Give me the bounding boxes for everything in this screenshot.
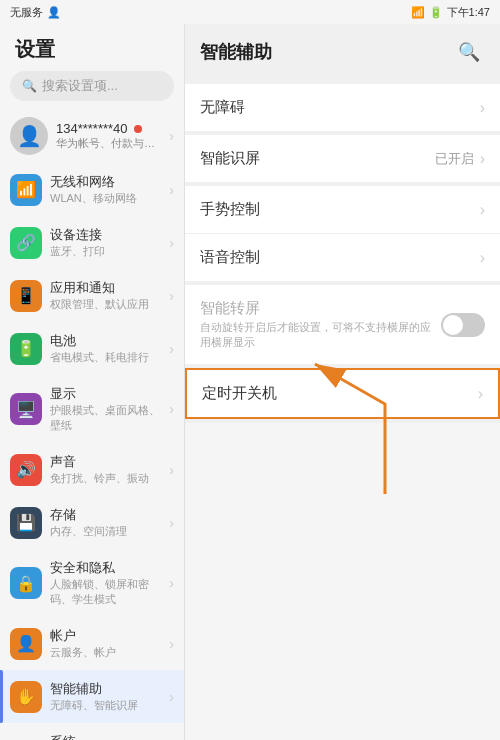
right-menu-groups: 无障碍›智能识屏已开启›手势控制›语音控制›智能转屏自动旋转开启后才能设置，可将… <box>185 80 500 423</box>
menu-item-auto-rotate: 智能转屏自动旋转开启后才能设置，可将不支持横屏的应用横屏显示 <box>185 285 500 364</box>
wifi-sublabel: WLAN、移动网络 <box>50 191 169 206</box>
account-sublabel: 云服务、帐户 <box>50 645 169 660</box>
auto-rotate-label: 智能转屏 <box>200 299 441 318</box>
device-label: 设备连接 <box>50 226 169 244</box>
smart-screen-value: 已开启 <box>435 150 474 168</box>
time-label: 下午1:47 <box>447 5 490 20</box>
no-service-label: 无服务 <box>10 5 43 20</box>
sidebar-item-wifi[interactable]: 📶无线和网络WLAN、移动网络› <box>0 163 184 216</box>
battery-chevron: › <box>169 341 174 357</box>
sidebar-item-sound[interactable]: 🔊声音免打扰、铃声、振动› <box>0 443 184 496</box>
right-panel: 智能辅助 🔍 无障碍›智能识屏已开启›手势控制›语音控制›智能转屏自动旋转开启后… <box>185 24 500 423</box>
accessibility-label: 无障碍 <box>200 98 480 117</box>
auto-rotate-toggle-knob <box>443 315 463 335</box>
timer-chevron: › <box>478 385 483 403</box>
accessibility-text-wrap: 无障碍 <box>200 98 480 117</box>
accessibility-chevron: › <box>480 99 485 117</box>
menu-item-accessibility[interactable]: 无障碍› <box>185 84 500 131</box>
battery-text: 电池省电模式、耗电排行 <box>50 332 169 365</box>
gesture-chevron: › <box>480 201 485 219</box>
search-icon: 🔍 <box>22 79 37 93</box>
account-text: 帐户云服务、帐户 <box>50 627 169 660</box>
timer-text-wrap: 定时开关机 <box>202 384 478 403</box>
menu-item-gesture[interactable]: 手势控制› <box>185 186 500 234</box>
sidebar-item-battery[interactable]: 🔋电池省电模式、耗电排行› <box>0 322 184 375</box>
app-chevron: › <box>169 288 174 304</box>
device-text: 设备连接蓝牙、打印 <box>50 226 169 259</box>
avatar: 👤 <box>10 117 48 155</box>
auto-rotate-sub: 自动旋转开启后才能设置，可将不支持横屏的应用横屏显示 <box>200 320 441 350</box>
right-panel-wrapper: 智能辅助 🔍 无障碍›智能识屏已开启›手势控制›语音控制›智能转屏自动旋转开启后… <box>185 24 500 740</box>
account-icon: 👤 <box>10 628 42 660</box>
user-icon: 👤 <box>47 6 61 19</box>
account-chevron: › <box>169 636 174 652</box>
sound-label: 声音 <box>50 453 169 471</box>
display-chevron: › <box>169 401 174 417</box>
sidebar-item-account[interactable]: 👤帐户云服务、帐户› <box>0 617 184 670</box>
auto-rotate-text-wrap: 智能转屏自动旋转开启后才能设置，可将不支持横屏的应用横屏显示 <box>200 299 441 350</box>
menu-item-smart-screen[interactable]: 智能识屏已开启› <box>185 135 500 182</box>
assist-chevron: › <box>169 689 174 705</box>
device-sublabel: 蓝牙、打印 <box>50 244 169 259</box>
security-chevron: › <box>169 575 174 591</box>
wifi-chevron: › <box>169 182 174 198</box>
smart-screen-label: 智能识屏 <box>200 149 435 168</box>
menu-item-voice[interactable]: 语音控制› <box>185 234 500 281</box>
app-label: 应用和通知 <box>50 279 169 297</box>
sidebar-item-device[interactable]: 🔗设备连接蓝牙、打印› <box>0 216 184 269</box>
system-text: 系统系统导航、系统更新、关于平板、语言和输入法 <box>50 733 169 740</box>
menu-item-timer[interactable]: 定时开关机› <box>185 368 500 419</box>
sound-text: 声音免打扰、铃声、振动 <box>50 453 169 486</box>
sound-chevron: › <box>169 462 174 478</box>
sidebar-item-system[interactable]: ⚙️系统系统导航、系统更新、关于平板、语言和输入法› <box>0 723 184 740</box>
storage-text: 存储内存、空间清理 <box>50 506 169 539</box>
sidebar-item-storage[interactable]: 💾存储内存、空间清理› <box>0 496 184 549</box>
wifi-status-icon: 📶 <box>411 6 425 19</box>
sidebar: 设置 🔍 搜索设置项... 👤 134*******40 华为帐号、付款与账单、… <box>0 24 185 740</box>
profile-item[interactable]: 👤 134*******40 华为帐号、付款与账单、云空间等 › <box>0 109 184 163</box>
app-sublabel: 权限管理、默认应用 <box>50 297 169 312</box>
gesture-text-wrap: 手势控制 <box>200 200 480 219</box>
profile-name: 134*******40 <box>56 121 165 136</box>
right-panel-title: 智能辅助 <box>200 40 272 64</box>
avatar-icon: 👤 <box>17 124 42 148</box>
assist-label: 智能辅助 <box>50 680 169 698</box>
sound-sublabel: 免打扰、铃声、振动 <box>50 471 169 486</box>
sidebar-item-assist[interactable]: ✋智能辅助无障碍、智能识屏› <box>0 670 184 723</box>
app-text: 应用和通知权限管理、默认应用 <box>50 279 169 312</box>
sound-icon: 🔊 <box>10 454 42 486</box>
profile-chevron: › <box>169 128 174 144</box>
battery-label: 电池 <box>50 332 169 350</box>
gesture-label: 手势控制 <box>200 200 480 219</box>
smart-screen-text-wrap: 智能识屏 <box>200 149 435 168</box>
sidebar-item-security[interactable]: 🔒安全和隐私人脸解锁、锁屏和密码、学生模式› <box>0 549 184 617</box>
battery-icon: 🔋 <box>10 333 42 365</box>
battery-icon: 🔋 <box>429 6 443 19</box>
menu-group-0: 无障碍› <box>185 84 500 131</box>
auto-rotate-toggle <box>441 313 485 337</box>
assist-text: 智能辅助无障碍、智能识屏 <box>50 680 169 713</box>
voice-label: 语音控制 <box>200 248 480 267</box>
wifi-label: 无线和网络 <box>50 173 169 191</box>
device-icon: 🔗 <box>10 227 42 259</box>
voice-text-wrap: 语音控制 <box>200 248 480 267</box>
smart-screen-chevron: › <box>480 150 485 168</box>
status-right: 📶 🔋 下午1:47 <box>411 5 490 20</box>
security-text: 安全和隐私人脸解锁、锁屏和密码、学生模式 <box>50 559 169 607</box>
wifi-text: 无线和网络WLAN、移动网络 <box>50 173 169 206</box>
security-label: 安全和隐私 <box>50 559 169 577</box>
right-search-button[interactable]: 🔍 <box>453 36 485 68</box>
sidebar-item-display[interactable]: 🖥️显示护眼模式、桌面风格、壁纸› <box>0 375 184 443</box>
display-sublabel: 护眼模式、桌面风格、壁纸 <box>50 403 169 433</box>
right-header: 智能辅助 🔍 <box>185 24 500 80</box>
sidebar-item-app[interactable]: 📱应用和通知权限管理、默认应用› <box>0 269 184 322</box>
menu-group-1: 智能识屏已开启› <box>185 135 500 182</box>
menu-group-2: 手势控制›语音控制› <box>185 186 500 281</box>
assist-sublabel: 无障碍、智能识屏 <box>50 698 169 713</box>
sidebar-title: 设置 <box>0 24 184 71</box>
display-label: 显示 <box>50 385 169 403</box>
battery-sublabel: 省电模式、耗电排行 <box>50 350 169 365</box>
search-box[interactable]: 🔍 搜索设置项... <box>10 71 174 101</box>
status-left: 无服务 👤 <box>10 5 61 20</box>
display-text: 显示护眼模式、桌面风格、壁纸 <box>50 385 169 433</box>
